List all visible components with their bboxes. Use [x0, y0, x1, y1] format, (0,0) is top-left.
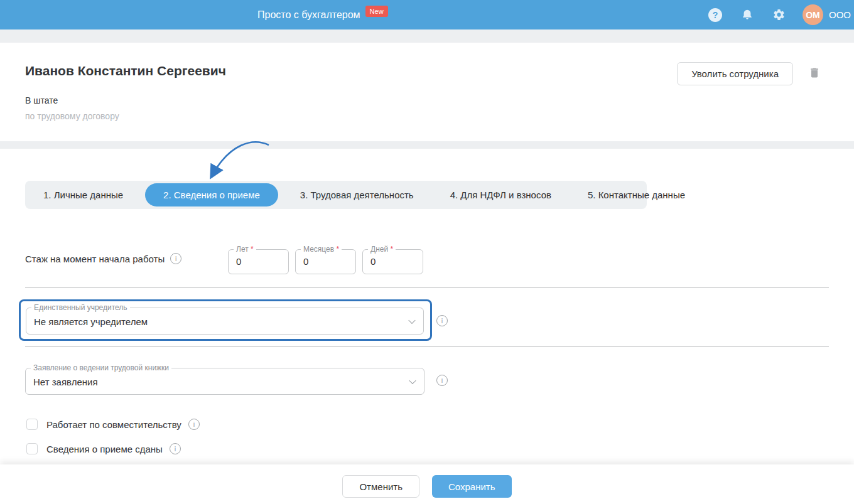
info-icon[interactable]: i [436, 315, 448, 326]
years-input[interactable] [236, 256, 286, 267]
app-title-wrap: Просто с бухгалтером New [257, 0, 388, 29]
trash-glyph [808, 66, 821, 80]
bell-icon[interactable] [740, 8, 755, 23]
workbook-select[interactable]: Заявление о ведении трудовой книжки Нет … [25, 368, 424, 395]
help-icon[interactable]: ? [708, 8, 723, 23]
info-icon[interactable]: i [170, 443, 181, 454]
experience-label-row: Стаж на момент начала работы i [25, 253, 181, 264]
workbook-select-value: Нет заявления [33, 376, 98, 387]
part-time-checkbox[interactable] [26, 419, 38, 430]
save-button[interactable]: Сохранить [432, 475, 512, 498]
founder-select-value: Не является учредителем [34, 316, 148, 326]
workbook-select-label: Заявление о ведении трудовой книжки [31, 363, 171, 372]
tab-ndfl-contributions[interactable]: 4. Для НДФЛ и взносов [432, 181, 570, 209]
employee-status: В штате [25, 95, 58, 105]
years-field: Лет * [228, 249, 289, 274]
tab-work-activity[interactable]: 3. Трудовая деятельность [282, 181, 432, 209]
info-icon[interactable]: i [170, 253, 181, 264]
help-question-glyph: ? [708, 8, 722, 22]
chevron-down-icon [409, 377, 416, 383]
dismiss-employee-button[interactable]: Уволить сотрудника [677, 62, 793, 85]
hiring-submitted-checkbox-row: Сведения о приеме сданы i [26, 443, 181, 454]
years-field-label: Лет * [234, 245, 256, 254]
employee-form-card: 1. Личные данные 2. Сведения о приеме 3.… [0, 149, 854, 464]
months-input[interactable] [303, 256, 354, 267]
trash-icon[interactable] [808, 66, 821, 81]
avatar[interactable]: ОМ [803, 4, 823, 25]
gear-glyph [772, 8, 786, 21]
pointer-arrow [202, 139, 276, 185]
cancel-button[interactable]: Отменить [342, 475, 419, 498]
founder-highlight-box: Единственный учредитель Не является учре… [19, 299, 432, 341]
founder-select[interactable]: Единственный учредитель Не является учре… [26, 308, 424, 335]
part-time-checkbox-label: Работает по совместительству [46, 419, 181, 430]
bell-glyph [741, 9, 754, 21]
info-icon[interactable]: i [188, 419, 200, 430]
months-field: Месяцев * [295, 249, 356, 274]
tab-hiring-info[interactable]: 2. Сведения о приеме [145, 183, 278, 206]
tab-bar: 1. Личные данные 2. Сведения о приеме 3.… [25, 181, 647, 209]
experience-fields: Лет * Месяцев * Дней * [228, 249, 423, 274]
part-time-checkbox-row: Работает по совместительству i [26, 419, 200, 430]
app-title: Просто с бухгалтером [257, 9, 360, 21]
form-action-bar: Отменить Сохранить [0, 464, 854, 504]
tab-personal-data[interactable]: 1. Личные данные [25, 181, 141, 209]
founder-select-label: Единственный учредитель [31, 303, 130, 312]
hiring-submitted-checkbox[interactable] [26, 443, 38, 454]
days-input[interactable] [370, 256, 421, 267]
months-field-label: Месяцев * [301, 245, 342, 254]
info-icon[interactable]: i [436, 375, 448, 386]
employee-contract-type: по трудовому договору [25, 111, 119, 121]
new-badge: New [365, 6, 388, 17]
tab-contact-data[interactable]: 5. Контактные данные [570, 181, 703, 209]
org-name[interactable]: ООО [829, 9, 854, 20]
top-bar: Просто с бухгалтером New ? ОМ ООО [0, 0, 854, 29]
section-divider [25, 346, 829, 346]
section-divider [25, 287, 829, 287]
days-field: Дней * [362, 249, 423, 274]
page-title: Иванов Константин Сергеевич [25, 63, 226, 78]
chevron-down-icon [408, 316, 415, 323]
experience-label: Стаж на момент начала работы [25, 254, 165, 264]
days-field-label: Дней * [368, 245, 396, 254]
employee-header-card: Иванов Константин Сергеевич В штате по т… [0, 43, 854, 141]
gear-icon[interactable] [771, 8, 786, 23]
hiring-submitted-checkbox-label: Сведения о приеме сданы [46, 444, 163, 454]
